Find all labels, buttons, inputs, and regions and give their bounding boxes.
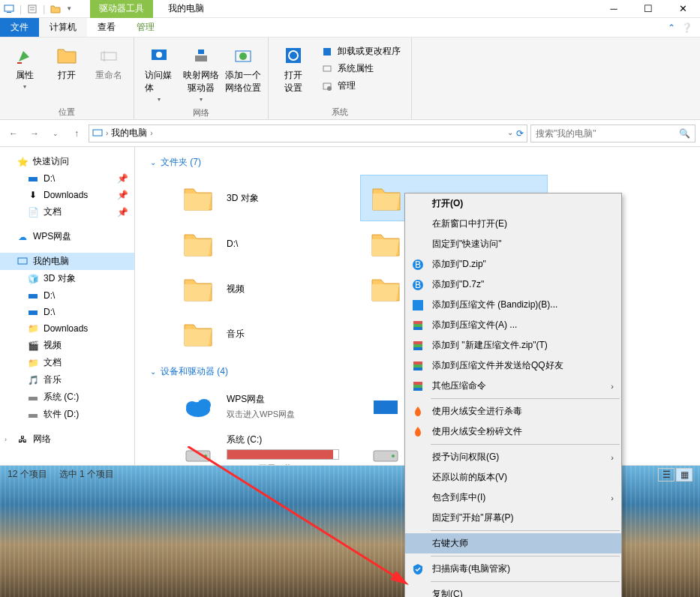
menu-item[interactable]: 打开(O) [405,194,621,214]
chevron-right-icon[interactable]: › [5,436,7,443]
manage-button[interactable]: 管理 [318,78,404,94]
recent-button[interactable]: ⌄ [47,124,65,142]
tab-computer[interactable]: 计算机 [39,18,87,37]
forward-button[interactable]: → [26,124,44,142]
svg-rect-54 [413,388,422,391]
tab-view[interactable]: 查看 [87,18,126,37]
menu-item[interactable]: 使用火绒安全进行杀毒 [405,401,621,422]
drive-item[interactable]: 系统 (C:)4.24 GB 可用，共 100 GB [173,429,360,465]
pc-icon[interactable] [3,3,15,15]
chevron-down-icon[interactable]: ⌄ [507,128,513,139]
ribbon-group-network: 访问媒体▾ 映射网络 驱动器▾ 添加一个 网络位置 网络 [134,38,269,119]
properties-icon[interactable] [26,3,38,15]
sidebar-item[interactable]: 📁Downloads [0,320,134,337]
menu-item[interactable]: 右键大师 [405,533,621,554]
menu-item[interactable]: 复制(C) [405,584,621,597]
folder-item[interactable]: 音乐 [173,311,360,356]
sidebar-wps[interactable]: ☁WPS网盘 [0,228,134,245]
svg-point-12 [239,52,247,60]
cloud-icon: ☁ [17,231,29,243]
sidebar-item[interactable]: 🎬视频 [0,337,134,354]
menu-item[interactable]: 添加到压缩文件并发送给QQ好友 [405,356,621,376]
back-button[interactable]: ← [5,124,23,142]
tab-manage[interactable]: 管理 [126,18,165,37]
sidebar-item[interactable]: 📁文档 [0,354,134,371]
menu-item[interactable]: 在新窗口中打开(E) [405,214,621,234]
svg-text:B: B [415,280,421,290]
sidebar-network[interactable]: ›🖧网络 [0,430,134,448]
menu-item[interactable]: 添加到压缩文件 (Bandizip)(B)... [405,295,621,315]
menu-item[interactable]: 授予访问权限(G)› [405,447,621,467]
menu-separator [431,398,620,399]
svg-rect-50 [413,368,422,370]
chevron-right-icon: › [611,494,614,502]
sidebar-item[interactable]: 🎵音乐 [0,371,134,388]
svg-rect-20 [29,177,38,182]
details-view-button[interactable]: ☰ [658,468,674,482]
svg-point-27 [186,401,198,412]
folder-icon: 📁 [27,322,39,334]
folder-item[interactable]: 视频 [173,266,360,311]
folder-icon[interactable] [50,3,62,15]
sidebar-this-pc[interactable]: 我的电脑 [0,253,134,270]
rename-button[interactable]: 重命名 [92,40,126,85]
maximize-button[interactable]: ☐ [631,0,665,18]
tab-file[interactable]: 文件 [0,18,39,37]
menu-item[interactable]: 扫描病毒(电脑管家) [405,559,621,579]
sidebar-item[interactable]: 系统 (C:) [0,388,134,406]
sidebar-item[interactable]: D:\📌 [0,170,134,187]
menu-item[interactable]: 其他压缩命令› [405,376,621,396]
sidebar-item[interactable]: ⬇Downloads📌 [0,187,134,203]
menu-item[interactable]: 使用火绒安全粉碎文件 [405,422,621,442]
sidebar-quick-access[interactable]: ⭐快速访问 [0,153,134,170]
properties-button[interactable]: 属性▾ [8,40,42,93]
search-box[interactable]: 🔍 [530,124,695,142]
close-button[interactable]: ✕ [665,0,700,18]
sidebar-item[interactable]: 软件 (D:) [0,406,134,423]
svg-point-28 [197,399,211,411]
uninstall-button[interactable]: 卸载或更改程序 [318,44,404,59]
sidebar-item[interactable]: D:\ [0,304,134,320]
svg-point-8 [156,52,162,58]
chevron-down-icon[interactable]: ▼ [66,5,72,12]
system-properties-button[interactable]: 系统属性 [318,61,404,76]
sidebar-item[interactable]: 📄文档📌 [0,203,134,220]
menu-separator [431,444,620,445]
menu-item[interactable]: 固定到"开始"屏幕(P) [405,508,621,528]
map-drive-button[interactable]: 映射网络 驱动器▾ [184,40,218,106]
menu-item[interactable]: 还原以前的版本(V) [405,467,621,488]
address-bar[interactable]: › 我的电脑› ⌄ ⟳ [89,124,527,142]
sidebar-item[interactable]: 🧊3D 对象 [0,270,134,287]
sidebar-item[interactable]: D:\ [0,287,134,304]
menu-item[interactable]: B添加到"D.zip" [405,254,621,274]
menu-item[interactable]: 固定到"快速访问" [405,234,621,254]
search-icon[interactable]: 🔍 [679,128,690,139]
minimize-button[interactable]: ─ [596,0,631,18]
open-button[interactable]: 打开 [50,40,84,85]
add-network-button[interactable]: 添加一个 网络位置 [226,40,260,98]
menu-item[interactable]: B添加到"D.7z" [405,274,621,295]
icons-view-button[interactable]: ▦ [676,468,692,482]
chevron-right-icon: › [611,453,614,462]
help-icon[interactable]: ❔ [681,22,692,33]
collapse-ribbon-icon[interactable]: ⌃ [668,22,675,33]
svg-rect-25 [29,414,38,418]
group-header-folders[interactable]: ⌄文件夹 (7) [150,153,700,172]
chevron-down-icon: ⌄ [150,158,156,166]
menu-item[interactable]: 添加到压缩文件(A) ... [405,315,621,335]
breadcrumb-segment[interactable]: 我的电脑› [111,127,152,140]
menu-item[interactable]: 添加到 "新建压缩文件.zip"(T) [405,335,621,356]
access-media-button[interactable]: 访问媒体▾ [142,40,176,106]
refresh-icon[interactable]: ⟳ [516,128,524,139]
folder-item[interactable]: D:\ [173,221,360,266]
title-bar: | | ▼ 驱动器工具 我的电脑 ─ ☐ ✕ [0,0,700,18]
drive-item[interactable]: WPS网盘双击进入WPS网盘 [173,384,360,429]
search-input[interactable] [536,128,679,139]
up-button[interactable]: ↑ [68,124,86,142]
huorong-icon [411,425,425,439]
menu-item[interactable]: 包含到库中(I)› [405,488,621,508]
chevron-right-icon[interactable]: › [106,129,108,137]
folder-item[interactable]: 3D 对象 [173,175,360,221]
open-settings-button[interactable]: 打开 设置 [276,40,311,98]
svg-rect-46 [413,347,422,350]
